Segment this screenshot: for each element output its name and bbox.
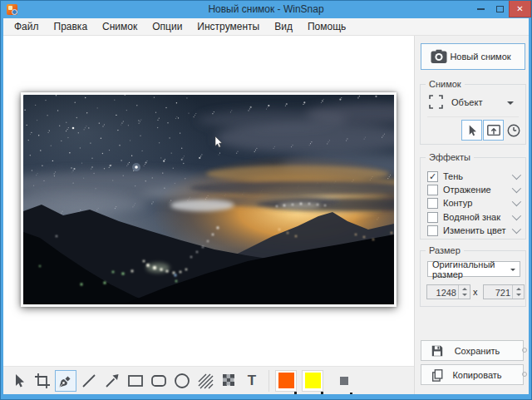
night-landscape-photo <box>23 95 394 304</box>
width-value: 1248 <box>436 288 456 298</box>
capture-window-toggle[interactable] <box>483 120 504 141</box>
pen-icon <box>57 372 75 390</box>
menu-bar: Файл Правка Снимок Опции Инструменты Вид… <box>3 18 529 36</box>
shadow-checkbox[interactable]: ✓ <box>427 171 438 182</box>
menu-tools[interactable]: Инструменты <box>190 18 267 35</box>
side-panel: Новый снимок Снимок Объект <box>414 36 529 394</box>
capture-mode-selector[interactable]: Объект <box>421 91 525 115</box>
orange-swatch <box>278 373 294 388</box>
chevron-down-icon[interactable] <box>512 170 521 180</box>
size-preset-combobox[interactable]: Оригинальный размер <box>427 261 520 277</box>
reflection-checkbox[interactable] <box>427 185 438 195</box>
copy-icon <box>431 368 444 382</box>
size-group: Размер Оригинальный размер 1248 x 721 <box>420 250 526 307</box>
minimize-icon <box>477 8 485 10</box>
object-selection-icon <box>429 95 443 109</box>
ellipse-tool-button[interactable] <box>171 370 193 392</box>
capture-timer-button[interactable] <box>505 120 523 141</box>
capture-mode-label: Объект <box>451 97 482 107</box>
effects-group-title: Эффекты <box>426 152 474 162</box>
close-button[interactable]: ✕ <box>509 1 531 17</box>
menu-options[interactable]: Опции <box>145 18 190 35</box>
text-tool-button[interactable]: T <box>241 370 263 392</box>
spin-down-icon <box>462 294 467 296</box>
menu-edit[interactable]: Правка <box>47 18 96 35</box>
crop-tool-button[interactable] <box>32 370 53 392</box>
select-tool-button[interactable] <box>8 370 30 392</box>
effect-row-reflection: Отражение <box>427 183 519 196</box>
mosaic-icon <box>219 372 238 390</box>
menu-view[interactable]: Вид <box>267 18 300 35</box>
maximize-button[interactable] <box>490 1 509 17</box>
chevron-down-icon[interactable] <box>507 101 514 105</box>
watermark-checkbox[interactable] <box>427 212 438 223</box>
primary-color-button[interactable] <box>275 370 297 392</box>
effect-row-shadow: ✓ Тень <box>427 170 519 183</box>
pen-tool-button[interactable] <box>55 370 76 392</box>
text-tool-label: T <box>248 373 256 388</box>
new-snapshot-button[interactable]: Новый снимок <box>421 43 525 70</box>
width-spinner[interactable]: 1248 <box>426 284 470 299</box>
capture-group-title: Снимок <box>426 79 465 89</box>
spin-up-icon <box>462 288 467 290</box>
menu-capture[interactable]: Снимок <box>95 18 145 35</box>
captured-image[interactable] <box>21 92 397 307</box>
maximize-icon <box>496 6 504 12</box>
rounded-rectangle-tool-button[interactable] <box>148 370 170 392</box>
line-width-swatch <box>340 377 348 385</box>
yellow-swatch <box>305 373 321 388</box>
dropdown-corner-icon <box>321 392 323 394</box>
recolor-checkbox[interactable] <box>427 225 438 236</box>
copy-option-dot[interactable] <box>522 372 527 377</box>
line-width-button[interactable] <box>335 370 353 392</box>
chevron-down-icon[interactable] <box>512 197 521 206</box>
dropdown-corner-icon <box>294 392 297 394</box>
capture-cursor-toggle[interactable] <box>461 120 482 141</box>
outline-checkbox[interactable] <box>427 198 438 209</box>
effect-row-recolor: Изменить цвет <box>427 224 519 237</box>
app-window: Новый снимок - WinSnap ✕ Файл Правка Сни… <box>0 0 532 400</box>
copy-button[interactable]: Копировать <box>421 364 524 385</box>
chevron-down-icon <box>510 269 515 271</box>
line-icon <box>80 372 98 390</box>
cursor-icon <box>10 372 28 390</box>
crop-icon <box>33 372 52 390</box>
ellipse-icon <box>173 372 191 390</box>
rounded-rectangle-icon <box>150 372 168 390</box>
spinner-arrows[interactable] <box>512 285 524 299</box>
save-button[interactable]: Сохранить <box>421 340 524 361</box>
copy-label: Копировать <box>452 370 501 380</box>
height-spinner[interactable]: 721 <box>483 284 525 299</box>
save-label: Сохранить <box>455 346 500 356</box>
chevron-down-icon[interactable] <box>512 225 521 234</box>
clock-icon <box>506 123 521 138</box>
preview-canvas[interactable] <box>3 36 414 368</box>
menu-file[interactable]: Файл <box>7 18 47 35</box>
spin-down-icon <box>516 294 521 296</box>
line-tool-button[interactable] <box>78 370 100 392</box>
client-area: Файл Правка Снимок Опции Инструменты Вид… <box>3 18 529 394</box>
minimize-button[interactable] <box>471 1 490 17</box>
secondary-color-button[interactable] <box>302 370 323 392</box>
spinner-arrows[interactable] <box>458 285 470 299</box>
size-group-title: Размер <box>426 245 464 255</box>
outline-label: Контур <box>443 198 512 208</box>
capture-group: Снимок Объект <box>420 84 526 145</box>
pixelate-tool-button[interactable] <box>218 370 239 392</box>
drawing-toolbar: T <box>3 366 414 394</box>
size-separator: x <box>473 287 478 297</box>
chevron-down-icon[interactable] <box>512 184 521 193</box>
size-preset-value: Оригинальный размер <box>432 259 520 279</box>
close-icon: ✕ <box>516 4 523 13</box>
highlight-tool-button[interactable] <box>195 370 216 392</box>
menu-help[interactable]: Помощь <box>300 18 353 35</box>
save-option-dot[interactable] <box>522 348 527 353</box>
rectangle-tool-button[interactable] <box>125 370 146 392</box>
save-icon <box>431 344 444 358</box>
arrow-tool-button[interactable] <box>101 370 123 392</box>
new-snapshot-label: Новый снимок <box>450 52 510 62</box>
window-title: Новый снимок - WinSnap <box>1 3 531 15</box>
recolor-label: Изменить цвет <box>443 225 512 235</box>
chevron-down-icon[interactable] <box>512 211 521 220</box>
title-bar[interactable]: Новый снимок - WinSnap ✕ <box>1 1 531 18</box>
